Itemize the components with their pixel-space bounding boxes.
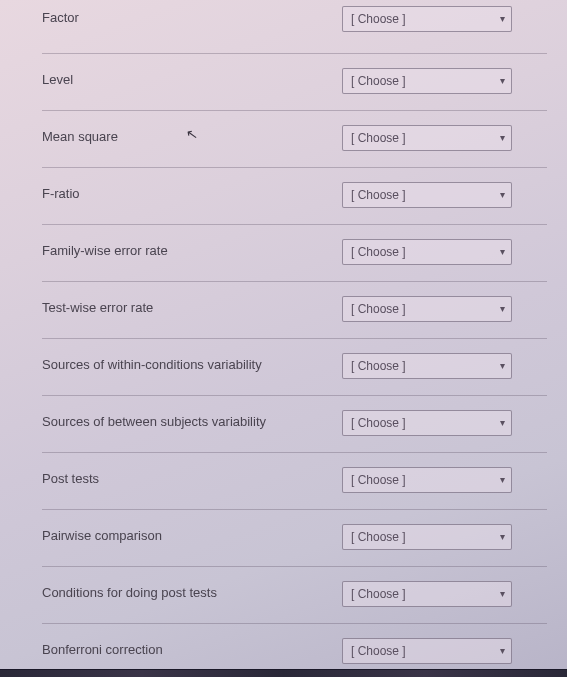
- answer-dropdown[interactable]: [ Choose ]▾: [342, 68, 512, 94]
- term-label-cell: Level: [42, 68, 342, 89]
- dropdown-selected-text: [ Choose ]: [351, 587, 406, 601]
- chevron-down-icon: ▾: [500, 14, 505, 24]
- answer-select-cell: [ Choose ]▾: [342, 296, 547, 322]
- answer-dropdown[interactable]: [ Choose ]▾: [342, 524, 512, 550]
- answer-select-cell: [ Choose ]▾: [342, 638, 547, 664]
- taskbar: [0, 669, 567, 677]
- matching-row: Conditions for doing post tests[ Choose …: [42, 567, 547, 624]
- answer-dropdown[interactable]: [ Choose ]▾: [342, 581, 512, 607]
- term-label: Family-wise error rate: [42, 243, 168, 258]
- answer-select-cell: [ Choose ]▾: [342, 581, 547, 607]
- chevron-down-icon: ▾: [500, 418, 505, 428]
- term-label: F-ratio: [42, 186, 80, 201]
- matching-row: Factor[ Choose ]▾: [42, 0, 547, 54]
- dropdown-selected-text: [ Choose ]: [351, 416, 406, 430]
- answer-dropdown[interactable]: [ Choose ]▾: [342, 182, 512, 208]
- term-label: Bonferroni correction: [42, 642, 163, 657]
- term-label-cell: F-ratio: [42, 182, 342, 203]
- answer-select-cell: [ Choose ]▾: [342, 239, 547, 265]
- answer-select-cell: [ Choose ]▾: [342, 182, 547, 208]
- answer-dropdown[interactable]: [ Choose ]▾: [342, 467, 512, 493]
- chevron-down-icon: ▾: [500, 361, 505, 371]
- chevron-down-icon: ▾: [500, 247, 505, 257]
- chevron-down-icon: ▾: [500, 190, 505, 200]
- dropdown-selected-text: [ Choose ]: [351, 530, 406, 544]
- answer-select-cell: [ Choose ]▾: [342, 6, 547, 32]
- answer-select-cell: [ Choose ]▾: [342, 524, 547, 550]
- term-label-cell: Test-wise error rate: [42, 296, 342, 317]
- term-label: Post tests: [42, 471, 99, 486]
- term-label-cell: Factor: [42, 6, 342, 27]
- answer-select-cell: [ Choose ]▾: [342, 68, 547, 94]
- dropdown-selected-text: [ Choose ]: [351, 188, 406, 202]
- answer-select-cell: [ Choose ]▾: [342, 125, 547, 151]
- term-label-cell: Pairwise comparison: [42, 524, 342, 545]
- term-label: Level: [42, 72, 73, 87]
- term-label-cell: Family-wise error rate: [42, 239, 342, 260]
- term-label: Conditions for doing post tests: [42, 585, 217, 600]
- matching-row: Level[ Choose ]▾: [42, 54, 547, 111]
- answer-select-cell: [ Choose ]▾: [342, 467, 547, 493]
- matching-row: Sources of between subjects variability[…: [42, 396, 547, 453]
- answer-dropdown[interactable]: [ Choose ]▾: [342, 638, 512, 664]
- term-label: Sources of within-conditions variability: [42, 357, 262, 372]
- matching-row: Family-wise error rate[ Choose ]▾: [42, 225, 547, 282]
- dropdown-selected-text: [ Choose ]: [351, 644, 406, 658]
- dropdown-selected-text: [ Choose ]: [351, 245, 406, 259]
- dropdown-selected-text: [ Choose ]: [351, 359, 406, 373]
- answer-dropdown[interactable]: [ Choose ]▾: [342, 125, 512, 151]
- answer-dropdown[interactable]: [ Choose ]▾: [342, 353, 512, 379]
- term-label-cell: Sources of between subjects variability: [42, 410, 342, 431]
- dropdown-selected-text: [ Choose ]: [351, 74, 406, 88]
- term-label: Pairwise comparison: [42, 528, 162, 543]
- term-label-cell: Sources of within-conditions variability: [42, 353, 342, 374]
- term-label: Test-wise error rate: [42, 300, 153, 315]
- matching-row: Test-wise error rate[ Choose ]▾: [42, 282, 547, 339]
- chevron-down-icon: ▾: [500, 646, 505, 656]
- chevron-down-icon: ▾: [500, 589, 505, 599]
- matching-row: Post tests[ Choose ]▾: [42, 453, 547, 510]
- answer-dropdown[interactable]: [ Choose ]▾: [342, 410, 512, 436]
- chevron-down-icon: ▾: [500, 304, 505, 314]
- answer-select-cell: [ Choose ]▾: [342, 410, 547, 436]
- chevron-down-icon: ▾: [500, 76, 505, 86]
- term-label: Mean square: [42, 129, 118, 144]
- term-label-cell: Post tests: [42, 467, 342, 488]
- matching-row: Pairwise comparison[ Choose ]▾: [42, 510, 547, 567]
- answer-dropdown[interactable]: [ Choose ]▾: [342, 296, 512, 322]
- term-label-cell: Bonferroni correction: [42, 638, 342, 659]
- dropdown-selected-text: [ Choose ]: [351, 12, 406, 26]
- term-label-cell: Conditions for doing post tests: [42, 581, 342, 602]
- term-label-cell: Mean square: [42, 125, 342, 146]
- chevron-down-icon: ▾: [500, 532, 505, 542]
- chevron-down-icon: ▾: [500, 133, 505, 143]
- dropdown-selected-text: [ Choose ]: [351, 473, 406, 487]
- chevron-down-icon: ▾: [500, 475, 505, 485]
- answer-dropdown[interactable]: [ Choose ]▾: [342, 6, 512, 32]
- term-label: Sources of between subjects variability: [42, 414, 266, 429]
- answer-select-cell: [ Choose ]▾: [342, 353, 547, 379]
- dropdown-selected-text: [ Choose ]: [351, 302, 406, 316]
- matching-row: F-ratio[ Choose ]▾: [42, 168, 547, 225]
- answer-dropdown[interactable]: [ Choose ]▾: [342, 239, 512, 265]
- matching-row: Mean square[ Choose ]▾: [42, 111, 547, 168]
- matching-row: Sources of within-conditions variability…: [42, 339, 547, 396]
- term-label: Factor: [42, 10, 79, 25]
- matching-question-container: Factor[ Choose ]▾Level[ Choose ]▾Mean sq…: [0, 0, 567, 677]
- dropdown-selected-text: [ Choose ]: [351, 131, 406, 145]
